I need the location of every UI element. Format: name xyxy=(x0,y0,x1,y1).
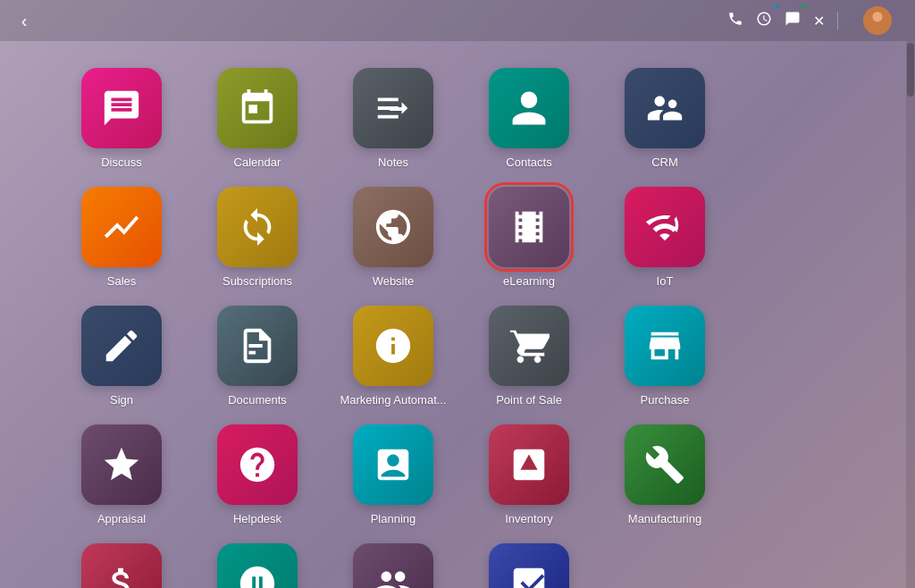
svg-point-0 xyxy=(872,12,882,21)
app-label-sales: Sales xyxy=(107,274,137,288)
app-item-manufacturing[interactable]: Manufacturing xyxy=(602,424,727,525)
app-item-discuss[interactable]: Discuss xyxy=(59,68,184,169)
app-icon-iot xyxy=(625,187,705,267)
topbar-left: ‹ xyxy=(11,11,38,31)
app-label-notes: Notes xyxy=(378,155,408,169)
app-icon-project xyxy=(489,543,569,588)
app-item-project[interactable]: Project xyxy=(466,543,592,588)
app-icon-calendar xyxy=(217,68,298,148)
app-label-discuss: Discuss xyxy=(101,155,142,169)
phone-icon[interactable] xyxy=(727,11,743,30)
app-icon-sign xyxy=(81,306,162,386)
close-icon[interactable]: ✕ xyxy=(813,13,825,29)
back-button[interactable]: ‹ xyxy=(11,11,38,31)
app-icon-website xyxy=(353,187,433,267)
app-label-elearning: eLearning xyxy=(503,274,555,288)
app-icon-documents xyxy=(217,306,298,386)
chat-icon[interactable] xyxy=(785,11,801,30)
app-icon-discuss xyxy=(81,68,162,148)
app-label-contacts: Contacts xyxy=(506,155,551,169)
app-item-iot[interactable]: IoT xyxy=(602,187,727,288)
app-item-documents[interactable]: Documents xyxy=(195,306,320,407)
app-item-sign[interactable]: Sign xyxy=(59,306,184,407)
app-item-website[interactable]: Website xyxy=(331,187,456,288)
app-icon-contacts xyxy=(489,68,569,148)
app-item-purchase[interactable]: Purchase xyxy=(602,306,727,407)
app-item-elearning[interactable]: eLearning xyxy=(466,187,592,288)
app-label-sign: Sign xyxy=(110,393,133,407)
app-item-contacts[interactable]: Contacts xyxy=(466,68,592,169)
app-label-calendar: Calendar xyxy=(234,155,281,169)
app-icon-helpdesk xyxy=(217,424,298,505)
app-icon-elearning xyxy=(489,187,569,267)
app-label-planning: Planning xyxy=(371,512,416,525)
app-label-appraisal: Appraisal xyxy=(97,512,146,525)
app-icon-planning xyxy=(353,424,433,505)
app-label-purchase: Purchase xyxy=(641,393,690,407)
app-item-sales[interactable]: Sales xyxy=(59,187,184,288)
topbar: ‹ ✕ xyxy=(0,0,915,41)
app-icon-purchase xyxy=(625,306,705,386)
app-icon-inventory xyxy=(489,424,569,505)
app-item-pos[interactable]: Point of Sale xyxy=(466,306,592,407)
app-label-marketing: Marketing Automat... xyxy=(340,393,446,407)
app-icon-pos xyxy=(489,306,569,386)
app-label-iot: IoT xyxy=(657,274,674,288)
app-item-marketing[interactable]: Marketing Automat... xyxy=(331,306,456,407)
app-item-helpdesk[interactable]: Helpdesk xyxy=(195,424,320,525)
app-icon-subscriptions xyxy=(217,187,298,267)
app-icon-payroll xyxy=(353,543,433,588)
app-item-consolidation[interactable]: Consolidation xyxy=(195,543,320,588)
app-label-crm: CRM xyxy=(651,155,678,169)
app-item-calendar[interactable]: Calendar xyxy=(195,68,320,169)
scrollbar[interactable] xyxy=(906,41,915,588)
app-icon-manufacturing xyxy=(625,424,705,505)
app-label-pos: Point of Sale xyxy=(496,393,562,407)
app-item-notes[interactable]: Notes xyxy=(331,68,456,169)
scrollbar-thumb[interactable] xyxy=(907,43,914,97)
app-item-payroll[interactable]: Payroll xyxy=(331,543,456,588)
svg-point-1 xyxy=(869,24,886,33)
app-icon-consolidation xyxy=(217,543,298,588)
app-label-helpdesk: Helpdesk xyxy=(233,512,281,525)
clock-badge xyxy=(772,5,779,7)
app-item-planning[interactable]: Planning xyxy=(331,424,456,525)
app-label-documents: Documents xyxy=(228,393,287,407)
topbar-right: ✕ xyxy=(727,6,904,35)
app-item-appraisal[interactable]: Appraisal xyxy=(59,424,184,525)
app-icon-notes xyxy=(353,68,433,148)
app-icon-sales xyxy=(81,187,162,267)
app-item-inventory[interactable]: Inventory xyxy=(466,424,592,525)
clock-icon[interactable] xyxy=(756,11,772,30)
divider xyxy=(837,12,838,29)
app-item-subscriptions[interactable]: Subscriptions xyxy=(195,187,320,288)
app-icon-crm xyxy=(625,68,705,148)
app-icon-appraisal xyxy=(81,424,162,505)
app-label-website: Website xyxy=(373,274,415,288)
app-icon-accounting xyxy=(81,543,162,588)
app-grid: DiscussCalendarNotesContactsCRMSalesSubs… xyxy=(0,41,915,588)
app-label-inventory: Inventory xyxy=(505,512,552,525)
app-label-subscriptions: Subscriptions xyxy=(222,274,292,288)
chat-badge xyxy=(801,5,808,7)
app-icon-marketing xyxy=(353,306,433,386)
avatar xyxy=(863,6,892,35)
app-label-manufacturing: Manufacturing xyxy=(628,512,701,525)
app-item-accounting[interactable]: Accounting xyxy=(59,543,184,588)
app-item-crm[interactable]: CRM xyxy=(602,68,727,169)
